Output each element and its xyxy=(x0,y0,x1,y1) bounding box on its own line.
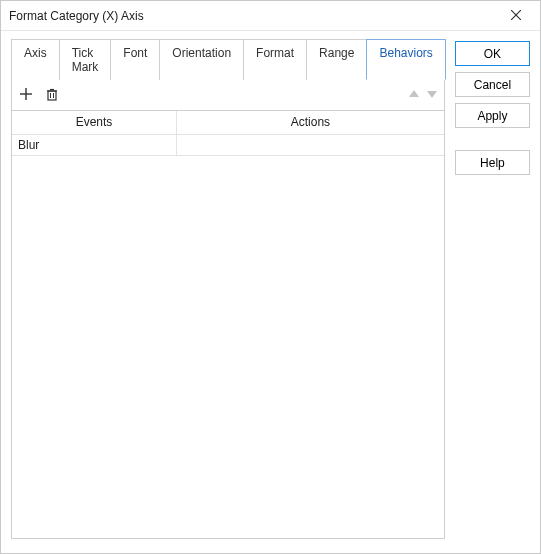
arrow-down-icon xyxy=(426,88,438,103)
dialog-body: Axis Tick Mark Font Orientation Format R… xyxy=(1,31,540,553)
ok-button[interactable]: OK xyxy=(455,41,530,66)
tab-orientation[interactable]: Orientation xyxy=(159,39,244,80)
cell-action[interactable] xyxy=(177,135,444,155)
main-panel: Axis Tick Mark Font Orientation Format R… xyxy=(11,39,445,543)
grid-header: Events Actions xyxy=(12,111,444,135)
arrow-up-icon xyxy=(408,88,420,103)
behaviors-grid: Events Actions Blur xyxy=(11,111,445,539)
add-button[interactable] xyxy=(15,84,37,106)
tab-font[interactable]: Font xyxy=(110,39,160,80)
cell-event[interactable]: Blur xyxy=(12,135,177,155)
spacer xyxy=(455,134,530,144)
button-bar: OK Cancel Apply Help xyxy=(455,39,530,543)
trash-icon xyxy=(45,87,59,104)
toolbar xyxy=(11,79,445,111)
move-up-button[interactable] xyxy=(405,85,423,105)
tab-axis[interactable]: Axis xyxy=(11,39,60,80)
grid-body: Blur xyxy=(12,135,444,538)
dialog-window: Format Category (X) Axis Axis Tick Mark … xyxy=(0,0,541,554)
tab-strip: Axis Tick Mark Font Orientation Format R… xyxy=(11,39,445,80)
col-header-events[interactable]: Events xyxy=(12,111,177,134)
cancel-button[interactable]: Cancel xyxy=(455,72,530,97)
tab-tick-mark[interactable]: Tick Mark xyxy=(59,39,112,80)
tab-behaviors[interactable]: Behaviors xyxy=(366,39,445,80)
close-icon xyxy=(511,9,521,23)
tab-format[interactable]: Format xyxy=(243,39,307,80)
tab-range[interactable]: Range xyxy=(306,39,367,80)
delete-button[interactable] xyxy=(41,84,63,106)
toolbar-left xyxy=(15,84,63,106)
svg-marker-9 xyxy=(409,90,419,97)
help-button[interactable]: Help xyxy=(455,150,530,175)
svg-rect-4 xyxy=(48,91,56,100)
col-header-actions[interactable]: Actions xyxy=(177,111,444,134)
plus-icon xyxy=(19,87,33,104)
table-row[interactable]: Blur xyxy=(12,135,444,156)
titlebar: Format Category (X) Axis xyxy=(1,1,540,31)
svg-marker-10 xyxy=(427,91,437,98)
apply-button[interactable]: Apply xyxy=(455,103,530,128)
close-button[interactable] xyxy=(500,4,532,28)
move-down-button[interactable] xyxy=(423,85,441,105)
toolbar-right xyxy=(405,85,441,105)
window-title: Format Category (X) Axis xyxy=(9,9,144,23)
